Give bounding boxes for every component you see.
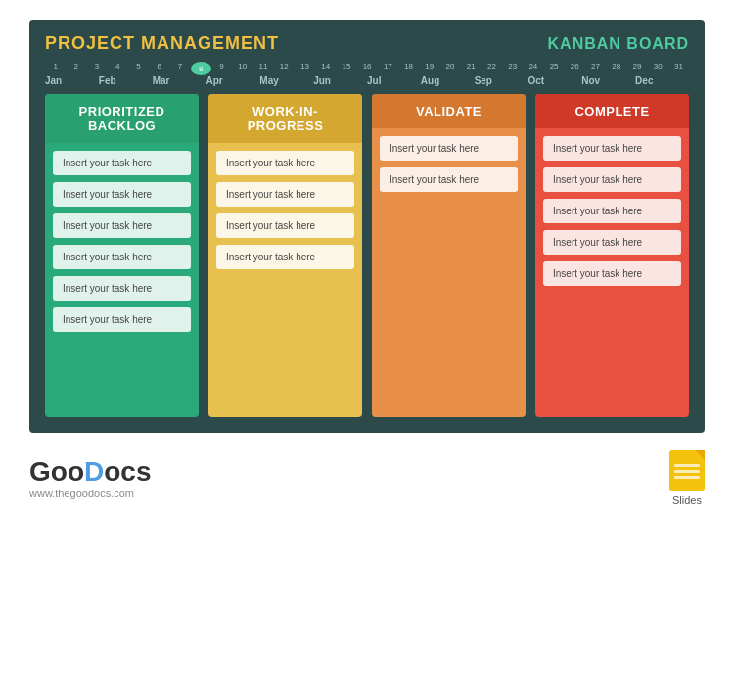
task-card-backlog-3[interactable]: Insert your task here [53,245,191,269]
slides-icon-area: Slides [669,450,705,506]
day-29: 29 [626,62,647,75]
slides-lines [670,456,704,487]
day-22: 22 [482,62,502,75]
task-card-complete-3[interactable]: Insert your task here [543,230,681,255]
slides-line-1 [674,464,700,467]
day-13: 13 [295,62,315,75]
column-header-complete: COMPLETE [535,94,689,128]
task-card-backlog-5[interactable]: Insert your task here [53,307,191,332]
day-21: 21 [461,62,482,75]
day-11: 11 [252,62,273,75]
column-complete: COMPLETEInsert your task hereInsert your… [535,94,689,417]
month-oct: Oct [528,75,581,86]
task-card-backlog-4[interactable]: Insert your task here [53,276,191,301]
column-header-backlog: PRIORITIZED BACKLOG [45,94,199,143]
logo-text: GooDocs [29,458,151,486]
task-card-backlog-1[interactable]: Insert your task here [53,182,191,207]
day-23: 23 [502,62,523,75]
day-5: 5 [128,62,149,75]
month-dec: Dec [635,75,689,86]
month-aug: Aug [421,75,475,86]
column-body-backlog: Insert your task hereInsert your task he… [45,143,199,417]
column-header-wip: WORK-IN-PROGRESS [208,94,362,143]
kanban-container: PROJECT MANAGEMENT KANBAN BOARD 12345678… [29,20,705,433]
day-28: 28 [606,62,626,75]
task-card-backlog-0[interactable]: Insert your task here [53,151,191,175]
task-card-complete-1[interactable]: Insert your task here [543,167,681,192]
task-card-complete-4[interactable]: Insert your task here [543,261,681,286]
task-card-complete-0[interactable]: Insert your task here [543,136,681,161]
page-wrapper: PROJECT MANAGEMENT KANBAN BOARD 12345678… [0,0,734,700]
task-card-wip-2[interactable]: Insert your task here [216,213,354,238]
slides-line-2 [674,470,700,473]
month-strip: JanFebMarAprMayJunJulAugSepOctNovDec [45,75,689,86]
day-9: 9 [211,62,232,75]
month-jan: Jan [45,75,99,86]
logo-ocs: ocs [104,456,151,487]
footer: GooDocs www.thegoodocs.com Slides [29,450,705,506]
month-apr: Apr [206,75,259,86]
column-wip: WORK-IN-PROGRESSInsert your task hereIns… [208,94,362,417]
month-may: May [259,75,313,86]
project-title: PROJECT MANAGEMENT [45,33,279,54]
day-24: 24 [523,62,543,75]
day-7: 7 [169,62,190,75]
slides-icon-shape [669,450,705,491]
day-4: 4 [108,62,128,75]
day-8: 8 [191,62,211,75]
day-30: 30 [648,62,668,75]
logo-d: D [84,456,104,487]
day-14: 14 [315,62,336,75]
header-row: PROJECT MANAGEMENT KANBAN BOARD [45,33,689,54]
day-12: 12 [274,62,295,75]
columns-row: PRIORITIZED BACKLOGInsert your task here… [45,94,689,417]
column-body-wip: Insert your task hereInsert your task he… [208,143,362,417]
logo-website: www.thegoodocs.com [29,488,134,499]
day-20: 20 [439,62,460,75]
logo-area: GooDocs www.thegoodocs.com [29,458,151,499]
task-card-validate-0[interactable]: Insert your task here [380,136,518,161]
task-card-wip-0[interactable]: Insert your task here [216,151,354,175]
task-card-wip-3[interactable]: Insert your task here [216,245,354,269]
day-3: 3 [86,62,107,75]
day-17: 17 [378,62,398,75]
column-header-validate: VALIDATE [372,94,526,128]
day-31: 31 [668,62,689,75]
month-feb: Feb [99,75,153,86]
task-card-validate-1[interactable]: Insert your task here [380,167,518,192]
month-mar: Mar [153,75,206,86]
day-19: 19 [419,62,439,75]
day-numbers-row: 1234567891011121314151617181920212223242… [45,62,689,75]
day-10: 10 [232,62,252,75]
logo-goo: Goo [29,456,84,487]
day-15: 15 [336,62,356,75]
day-18: 18 [398,62,419,75]
day-27: 27 [585,62,606,75]
column-body-validate: Insert your task hereInsert your task he… [372,128,526,402]
day-1: 1 [45,62,66,75]
month-nov: Nov [581,75,635,86]
task-card-wip-1[interactable]: Insert your task here [216,182,354,207]
day-25: 25 [543,62,564,75]
day-26: 26 [565,62,585,75]
month-sep: Sep [475,75,528,86]
slides-line-3 [674,476,700,479]
task-card-complete-2[interactable]: Insert your task here [543,199,681,223]
column-backlog: PRIORITIZED BACKLOGInsert your task here… [45,94,199,417]
column-validate: VALIDATEInsert your task hereInsert your… [372,94,526,417]
column-body-complete: Insert your task hereInsert your task he… [535,128,689,402]
month-jul: Jul [367,75,421,86]
month-jun: Jun [313,75,367,86]
slides-label: Slides [672,494,702,506]
day-2: 2 [66,62,86,75]
kanban-title: KANBAN BOARD [548,35,689,53]
day-6: 6 [149,62,169,75]
day-16: 16 [357,62,378,75]
task-card-backlog-2[interactable]: Insert your task here [53,213,191,238]
